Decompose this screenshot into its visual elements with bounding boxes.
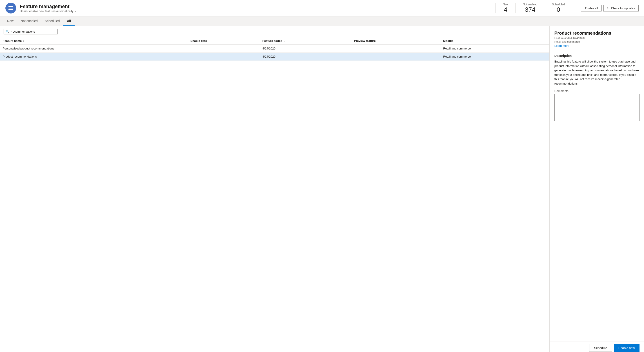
table-header-row: Feature name ↑ Enable date Feature added… — [0, 37, 550, 45]
tab-not-enabled[interactable]: Not enabled — [17, 17, 41, 26]
chevron-down-icon: ⌄ — [74, 10, 76, 13]
cell-module: Retail and commerce — [440, 45, 550, 53]
stat-new-label: New — [503, 3, 508, 6]
detail-title: Product recommendations — [554, 31, 640, 36]
sort-asc-icon: ↑ — [23, 40, 24, 42]
stat-new-value: 4 — [503, 6, 508, 13]
main-content: 🔍 Feature name ↑ Enable date — [0, 26, 644, 352]
search-input[interactable] — [10, 30, 56, 33]
stat-not-enabled-label: Not enabled — [523, 3, 538, 6]
features-list: Feature name ↑ Enable date Feature added… — [0, 37, 550, 61]
cell-feature-added: 4/24/2020 — [260, 53, 352, 61]
stat-not-enabled-value: 374 — [523, 6, 538, 13]
svg-rect-2 — [8, 9, 13, 10]
table-row[interactable]: Product recommendations 4/24/2020 Retail… — [0, 53, 550, 61]
refresh-icon: ↻ — [607, 7, 610, 10]
learn-more-link[interactable]: Learn more — [554, 44, 569, 48]
stat-new: New 4 — [496, 3, 516, 13]
search-bar: 🔍 — [0, 26, 550, 37]
left-panel: 🔍 Feature name ↑ Enable date — [0, 26, 550, 352]
schedule-button[interactable]: Schedule — [589, 344, 612, 352]
cell-feature-added: 4/24/2020 — [260, 45, 352, 53]
detail-footer: Schedule Enable now — [550, 341, 644, 352]
detail-description: Enabling this feature will allow the sys… — [554, 59, 640, 86]
cell-feature-name: Product recommendations — [0, 53, 188, 61]
header-actions: Enable all ↻ Check for updates — [581, 5, 638, 12]
check-updates-label: Check for updates — [611, 7, 635, 10]
comments-label: Comments — [554, 89, 640, 93]
cell-preview-feature — [352, 53, 441, 61]
cell-module: Retail and commerce — [440, 53, 550, 61]
tabs-bar: New Not enabled Scheduled All — [0, 17, 644, 26]
col-preview-feature[interactable]: Preview feature — [352, 37, 441, 45]
subtitle-dropdown[interactable]: Do not enable new features automatically… — [20, 10, 492, 13]
detail-header: Product recommendations Feature added 4/… — [550, 26, 644, 50]
stat-scheduled-label: Scheduled — [552, 3, 565, 6]
enable-all-button[interactable]: Enable all — [581, 5, 602, 12]
col-module[interactable]: Module — [440, 37, 550, 45]
stat-scheduled: Scheduled 0 — [545, 3, 572, 13]
cell-feature-name: Personalized product recommendations — [0, 45, 188, 53]
tab-scheduled[interactable]: Scheduled — [41, 17, 63, 26]
cell-enable-date — [188, 45, 260, 53]
col-feature-name[interactable]: Feature name ↑ — [0, 37, 188, 45]
tab-all[interactable]: All — [63, 17, 74, 26]
cell-preview-feature — [352, 45, 441, 53]
title-block: Feature management Do not enable new fea… — [20, 4, 492, 13]
feature-table: Feature name ↑ Enable date Feature added… — [0, 37, 550, 352]
page-header: Feature management Do not enable new fea… — [0, 0, 644, 17]
detail-body: Description Enabling this feature will a… — [550, 50, 644, 341]
stat-not-enabled: Not enabled 374 — [516, 3, 545, 13]
search-icon: 🔍 — [6, 30, 9, 33]
svg-rect-0 — [8, 6, 13, 7]
stat-scheduled-value: 0 — [552, 6, 565, 13]
col-enable-date[interactable]: Enable date — [188, 37, 260, 45]
tab-new[interactable]: New — [4, 17, 17, 26]
sort-desc-icon: ↓ — [284, 40, 285, 42]
comments-textarea[interactable] — [554, 94, 640, 121]
col-feature-added[interactable]: Feature added ↓ — [260, 37, 352, 45]
page-title: Feature management — [20, 4, 492, 10]
app-icon — [6, 3, 16, 14]
svg-rect-1 — [8, 8, 13, 8]
detail-meta-module: Retail and commerce — [554, 40, 640, 44]
subtitle-text: Do not enable new features automatically — [20, 10, 73, 13]
stats-block: New 4 Not enabled 374 Scheduled 0 — [496, 3, 572, 13]
enable-now-button[interactable]: Enable now — [614, 344, 640, 352]
search-input-wrap: 🔍 — [4, 29, 58, 35]
table-row[interactable]: Personalized product recommendations 4/2… — [0, 45, 550, 53]
check-updates-button[interactable]: ↻ Check for updates — [603, 5, 638, 12]
right-panel: Product recommendations Feature added 4/… — [550, 26, 644, 352]
cell-enable-date — [188, 53, 260, 61]
detail-meta-date: Feature added 4/24/2020 — [554, 37, 640, 40]
description-title: Description — [554, 54, 640, 58]
